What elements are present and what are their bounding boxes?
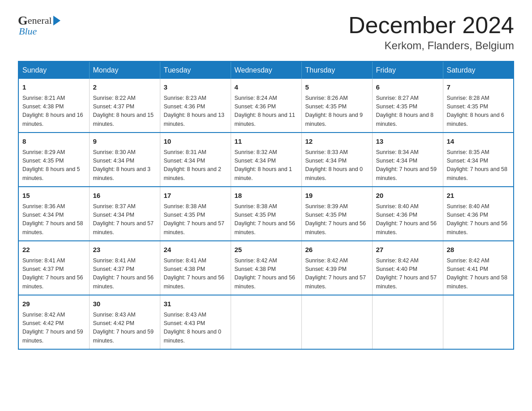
calendar-cell: 6Sunrise: 8:27 AMSunset: 4:35 PMDaylight…: [372, 79, 443, 133]
week-row-4: 22Sunrise: 8:41 AMSunset: 4:37 PMDayligh…: [18, 241, 514, 295]
calendar-cell: 4Sunrise: 8:24 AMSunset: 4:36 PMDaylight…: [231, 79, 301, 133]
calendar-cell: 17Sunrise: 8:38 AMSunset: 4:35 PMDayligh…: [160, 187, 231, 241]
day-number: 26: [305, 245, 369, 255]
day-info: Sunrise: 8:43 AMSunset: 4:43 PMDaylight:…: [164, 311, 227, 346]
day-info: Sunrise: 8:21 AMSunset: 4:38 PMDaylight:…: [22, 94, 86, 129]
week-row-5: 29Sunrise: 8:42 AMSunset: 4:42 PMDayligh…: [18, 295, 514, 349]
header-wednesday: Wednesday: [231, 61, 301, 79]
day-number: 16: [93, 191, 156, 201]
day-info: Sunrise: 8:41 AMSunset: 4:38 PMDaylight:…: [164, 257, 227, 291]
calendar-cell: 22Sunrise: 8:41 AMSunset: 4:37 PMDayligh…: [18, 241, 89, 295]
header-friday: Friday: [372, 61, 443, 79]
location-title: Kerkom, Flanders, Belgium: [348, 39, 514, 52]
day-info: Sunrise: 8:39 AMSunset: 4:35 PMDaylight:…: [305, 202, 369, 237]
day-info: Sunrise: 8:32 AMSunset: 4:34 PMDaylight:…: [235, 148, 298, 183]
day-info: Sunrise: 8:38 AMSunset: 4:35 PMDaylight:…: [235, 202, 298, 237]
day-number: 14: [447, 137, 510, 147]
calendar-cell: 5Sunrise: 8:26 AMSunset: 4:35 PMDaylight…: [301, 79, 372, 133]
day-info: Sunrise: 8:31 AMSunset: 4:34 PMDaylight:…: [164, 148, 227, 183]
day-info: Sunrise: 8:27 AMSunset: 4:35 PMDaylight:…: [376, 94, 439, 129]
day-number: 12: [305, 137, 369, 147]
day-number: 17: [164, 191, 227, 201]
day-number: 31: [164, 299, 227, 309]
calendar-cell: 25Sunrise: 8:42 AMSunset: 4:38 PMDayligh…: [231, 241, 301, 295]
day-info: Sunrise: 8:36 AMSunset: 4:34 PMDaylight:…: [22, 202, 86, 237]
calendar-cell: 20Sunrise: 8:40 AMSunset: 4:36 PMDayligh…: [372, 187, 443, 241]
calendar-cell: 13Sunrise: 8:34 AMSunset: 4:34 PMDayligh…: [372, 133, 443, 187]
calendar-cell: [231, 295, 301, 349]
calendar-cell: 19Sunrise: 8:39 AMSunset: 4:35 PMDayligh…: [301, 187, 372, 241]
calendar-cell: 26Sunrise: 8:42 AMSunset: 4:39 PMDayligh…: [301, 241, 372, 295]
day-number: 11: [235, 137, 298, 147]
day-info: Sunrise: 8:42 AMSunset: 4:38 PMDaylight:…: [235, 257, 298, 291]
day-info: Sunrise: 8:40 AMSunset: 4:36 PMDaylight:…: [447, 202, 510, 237]
calendar-cell: 12Sunrise: 8:33 AMSunset: 4:34 PMDayligh…: [301, 133, 372, 187]
header-monday: Monday: [89, 61, 160, 79]
calendar-cell: 30Sunrise: 8:43 AMSunset: 4:42 PMDayligh…: [89, 295, 160, 349]
day-info: Sunrise: 8:29 AMSunset: 4:35 PMDaylight:…: [22, 148, 86, 183]
week-row-1: 1Sunrise: 8:21 AMSunset: 4:38 PMDaylight…: [18, 79, 514, 133]
day-number: 6: [376, 82, 439, 93]
day-number: 1: [22, 82, 86, 93]
day-number: 19: [305, 191, 369, 201]
day-info: Sunrise: 8:28 AMSunset: 4:35 PMDaylight:…: [447, 94, 510, 129]
day-info: Sunrise: 8:42 AMSunset: 4:42 PMDaylight:…: [22, 311, 86, 346]
day-number: 8: [22, 137, 86, 147]
day-number: 10: [164, 137, 227, 147]
day-number: 2: [93, 82, 156, 93]
day-number: 7: [447, 82, 510, 93]
header: G eneral Blue December 2024 Kerkom, Flan…: [18, 13, 514, 52]
calendar-cell: 2Sunrise: 8:22 AMSunset: 4:37 PMDaylight…: [89, 79, 160, 133]
day-info: Sunrise: 8:23 AMSunset: 4:36 PMDaylight:…: [164, 94, 227, 129]
day-number: 24: [164, 245, 227, 255]
header-saturday: Saturday: [443, 61, 514, 79]
week-row-3: 15Sunrise: 8:36 AMSunset: 4:34 PMDayligh…: [18, 187, 514, 241]
day-number: 23: [93, 245, 156, 255]
day-info: Sunrise: 8:37 AMSunset: 4:34 PMDaylight:…: [93, 202, 156, 237]
month-title: December 2024: [348, 13, 514, 37]
calendar-cell: 7Sunrise: 8:28 AMSunset: 4:35 PMDaylight…: [443, 79, 514, 133]
day-info: Sunrise: 8:43 AMSunset: 4:42 PMDaylight:…: [93, 311, 156, 346]
week-row-2: 8Sunrise: 8:29 AMSunset: 4:35 PMDaylight…: [18, 133, 514, 187]
day-info: Sunrise: 8:35 AMSunset: 4:34 PMDaylight:…: [447, 148, 510, 183]
calendar-cell: 29Sunrise: 8:42 AMSunset: 4:42 PMDayligh…: [18, 295, 89, 349]
calendar-cell: 31Sunrise: 8:43 AMSunset: 4:43 PMDayligh…: [160, 295, 231, 349]
calendar-cell: 21Sunrise: 8:40 AMSunset: 4:36 PMDayligh…: [443, 187, 514, 241]
day-number: 29: [22, 299, 86, 309]
calendar-cell: 11Sunrise: 8:32 AMSunset: 4:34 PMDayligh…: [231, 133, 301, 187]
logo-triangle-icon: [53, 16, 60, 26]
day-info: Sunrise: 8:22 AMSunset: 4:37 PMDaylight:…: [93, 94, 156, 129]
day-number: 30: [93, 299, 156, 309]
day-number: 18: [235, 191, 298, 201]
logo-blue-text: Blue: [19, 26, 37, 37]
header-thursday: Thursday: [301, 61, 372, 79]
day-number: 28: [447, 245, 510, 255]
day-number: 27: [376, 245, 439, 255]
calendar-cell: 3Sunrise: 8:23 AMSunset: 4:36 PMDaylight…: [160, 79, 231, 133]
day-info: Sunrise: 8:42 AMSunset: 4:40 PMDaylight:…: [376, 257, 439, 291]
day-number: 20: [376, 191, 439, 201]
calendar-cell: 27Sunrise: 8:42 AMSunset: 4:40 PMDayligh…: [372, 241, 443, 295]
calendar-cell: [443, 295, 514, 349]
day-number: 25: [235, 245, 298, 255]
calendar-cell: 15Sunrise: 8:36 AMSunset: 4:34 PMDayligh…: [18, 187, 89, 241]
day-info: Sunrise: 8:41 AMSunset: 4:37 PMDaylight:…: [93, 257, 156, 291]
calendar-cell: 18Sunrise: 8:38 AMSunset: 4:35 PMDayligh…: [231, 187, 301, 241]
day-number: 13: [376, 137, 439, 147]
day-number: 22: [22, 245, 86, 255]
day-info: Sunrise: 8:33 AMSunset: 4:34 PMDaylight:…: [305, 148, 369, 183]
title-area: December 2024 Kerkom, Flanders, Belgium: [348, 13, 514, 52]
calendar-cell: 23Sunrise: 8:41 AMSunset: 4:37 PMDayligh…: [89, 241, 160, 295]
day-number: 9: [93, 137, 156, 147]
day-number: 3: [164, 82, 227, 93]
calendar-cell: [301, 295, 372, 349]
day-info: Sunrise: 8:26 AMSunset: 4:35 PMDaylight:…: [305, 94, 369, 129]
day-number: 5: [305, 82, 369, 93]
day-info: Sunrise: 8:30 AMSunset: 4:34 PMDaylight:…: [93, 148, 156, 183]
day-info: Sunrise: 8:40 AMSunset: 4:36 PMDaylight:…: [376, 202, 439, 237]
logo-eneral: eneral: [28, 15, 52, 26]
day-number: 4: [235, 82, 298, 93]
day-info: Sunrise: 8:42 AMSunset: 4:41 PMDaylight:…: [447, 257, 510, 291]
calendar-cell: 10Sunrise: 8:31 AMSunset: 4:34 PMDayligh…: [160, 133, 231, 187]
calendar-cell: 9Sunrise: 8:30 AMSunset: 4:34 PMDaylight…: [89, 133, 160, 187]
